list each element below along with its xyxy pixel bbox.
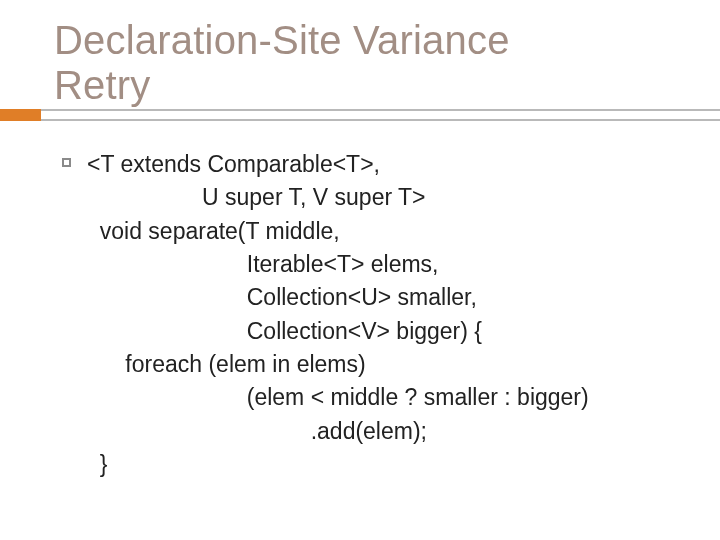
content-area: <T extends Comparable<T>, U super T, V s… xyxy=(62,148,690,481)
title-block: Declaration-Site Variance Retry xyxy=(0,0,720,108)
slide-title-line1: Declaration-Site Variance xyxy=(54,18,720,63)
bullet-icon xyxy=(62,158,71,167)
slide-title-line2: Retry xyxy=(54,63,720,108)
slide: Declaration-Site Variance Retry <T exten… xyxy=(0,0,720,540)
accent-box xyxy=(0,109,41,121)
bullet-item: <T extends Comparable<T>, U super T, V s… xyxy=(62,148,690,481)
code-block: <T extends Comparable<T>, U super T, V s… xyxy=(87,148,589,481)
divider-line-bottom xyxy=(0,119,720,121)
divider-line-top xyxy=(0,109,720,111)
